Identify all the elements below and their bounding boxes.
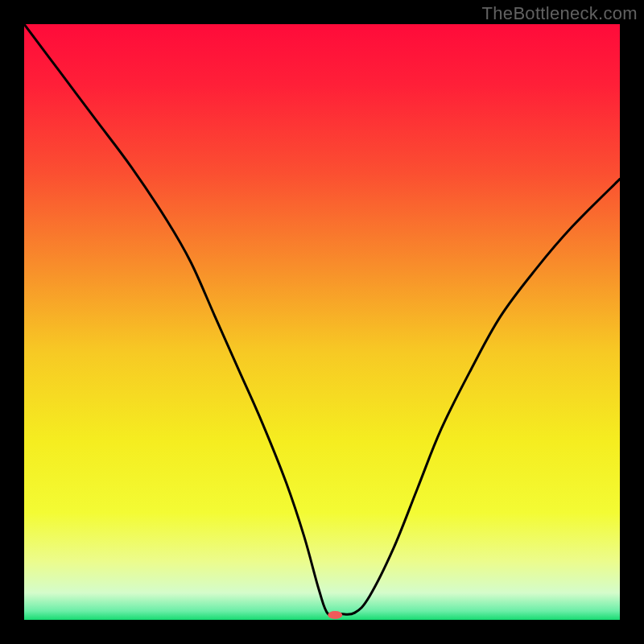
- gradient-background: [24, 24, 620, 620]
- chart-stage: TheBottleneck.com: [0, 0, 644, 644]
- plot-area: [24, 24, 620, 620]
- watermark-text: TheBottleneck.com: [482, 3, 638, 24]
- optimum-marker: [328, 611, 342, 619]
- bottleneck-chart: [24, 24, 620, 620]
